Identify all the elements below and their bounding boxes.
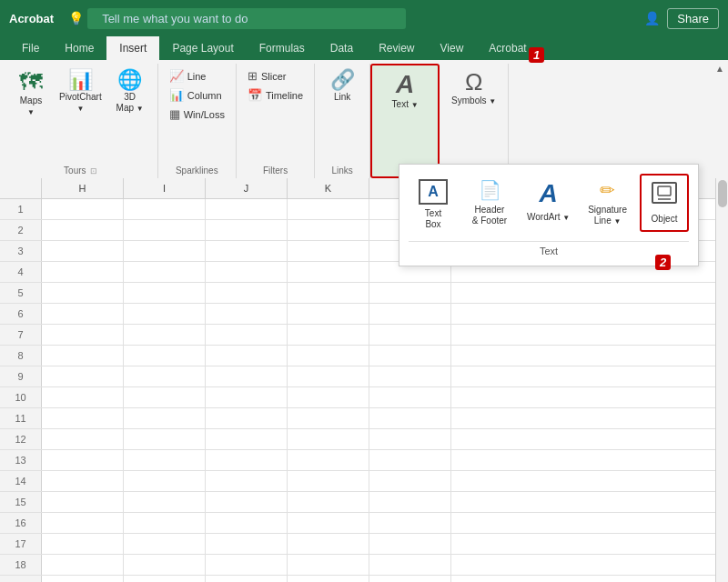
- sheet-cell[interactable]: [369, 325, 451, 345]
- sheet-cell[interactable]: [42, 304, 124, 324]
- sheet-cell[interactable]: [369, 576, 451, 582]
- sheet-cell[interactable]: [206, 555, 288, 575]
- sheet-cell[interactable]: [369, 492, 451, 512]
- sheet-cell[interactable]: [42, 325, 124, 345]
- sheet-cell[interactable]: [206, 471, 288, 491]
- sheet-cell[interactable]: [206, 429, 288, 449]
- maps-button[interactable]: 🗺 Maps▼: [11, 67, 51, 120]
- tab-insert[interactable]: Insert: [106, 36, 159, 60]
- sheet-cell[interactable]: [288, 346, 369, 366]
- sheet-cell[interactable]: [369, 387, 451, 407]
- sheet-cell[interactable]: [288, 262, 369, 282]
- symbols-button[interactable]: Ω Symbols ▼: [447, 67, 500, 109]
- sheet-cell[interactable]: [288, 199, 369, 219]
- sheet-cell[interactable]: [124, 555, 206, 575]
- sheet-cell[interactable]: [42, 555, 124, 575]
- sheet-cell[interactable]: [206, 199, 288, 219]
- slicer-button[interactable]: ⊞ Slicer: [244, 67, 307, 85]
- sheet-cell[interactable]: [369, 304, 451, 324]
- sheet-cell[interactable]: [369, 366, 451, 386]
- sheet-cell[interactable]: [124, 576, 206, 582]
- tab-formulas[interactable]: Formulas: [247, 36, 318, 60]
- sheet-cell[interactable]: [42, 241, 124, 261]
- wordart-item[interactable]: A WordArt ▼: [521, 174, 575, 228]
- text-button[interactable]: A Text ▼: [381, 69, 429, 113]
- sheet-cell[interactable]: [369, 471, 451, 491]
- signature-item[interactable]: ✏ SignatureLine ▼: [582, 174, 632, 232]
- sheet-cell[interactable]: [124, 534, 206, 554]
- sheet-cell[interactable]: [124, 220, 206, 240]
- sheet-cell[interactable]: [124, 429, 206, 449]
- sheet-cell[interactable]: [124, 346, 206, 366]
- sheet-cell[interactable]: [206, 241, 288, 261]
- object-item[interactable]: Object: [640, 174, 689, 232]
- sheet-cell[interactable]: [288, 576, 369, 582]
- sheet-cell[interactable]: [288, 304, 369, 324]
- sheet-cell[interactable]: [288, 492, 369, 512]
- sheet-cell[interactable]: [124, 492, 206, 512]
- sheet-cell[interactable]: [42, 513, 124, 533]
- sheet-cell[interactable]: [369, 513, 451, 533]
- share-button[interactable]: Share: [667, 8, 719, 29]
- sheet-cell[interactable]: [288, 534, 369, 554]
- sheet-cell[interactable]: [206, 220, 288, 240]
- sheet-cell[interactable]: [288, 450, 369, 470]
- sheet-cell[interactable]: [42, 199, 124, 219]
- column-button[interactable]: 📊 Column: [166, 86, 228, 104]
- sheet-cell[interactable]: [124, 325, 206, 345]
- v-scrollbar-thumb[interactable]: [718, 180, 727, 207]
- tab-view[interactable]: View: [428, 36, 477, 60]
- sheet-cell[interactable]: [206, 387, 288, 407]
- sheet-cell[interactable]: [288, 220, 369, 240]
- sheet-cell[interactable]: [42, 450, 124, 470]
- sheet-cell[interactable]: [206, 346, 288, 366]
- sheet-cell[interactable]: [206, 283, 288, 303]
- sheet-cell[interactable]: [206, 534, 288, 554]
- sheet-cell[interactable]: [124, 262, 206, 282]
- sheet-cell[interactable]: [369, 408, 451, 428]
- sheet-cell[interactable]: [206, 513, 288, 533]
- sheet-cell[interactable]: [42, 471, 124, 491]
- sheet-cell[interactable]: [42, 576, 124, 582]
- sheet-cell[interactable]: [42, 534, 124, 554]
- sheet-cell[interactable]: [288, 429, 369, 449]
- sheet-cell[interactable]: [288, 471, 369, 491]
- sheet-cell[interactable]: [288, 283, 369, 303]
- sheet-cell[interactable]: [288, 387, 369, 407]
- v-scrollbar[interactable]: [715, 178, 728, 582]
- line-button[interactable]: 📈 Line: [166, 67, 228, 85]
- timeline-button[interactable]: 📅 Timeline: [244, 86, 307, 104]
- sheet-cell[interactable]: [206, 304, 288, 324]
- sheet-cell[interactable]: [42, 283, 124, 303]
- sheet-cell[interactable]: [288, 408, 369, 428]
- link-button[interactable]: 🔗 Link: [322, 67, 362, 105]
- sheet-cell[interactable]: [288, 325, 369, 345]
- sheet-cell[interactable]: [42, 262, 124, 282]
- sheet-cell[interactable]: [369, 429, 451, 449]
- sheet-cell[interactable]: [42, 346, 124, 366]
- sheet-cell[interactable]: [42, 387, 124, 407]
- sheet-cell[interactable]: [124, 471, 206, 491]
- sheet-cell[interactable]: [124, 199, 206, 219]
- sheet-cell[interactable]: [124, 283, 206, 303]
- header-footer-item[interactable]: 📄 Header& Footer: [465, 174, 514, 232]
- sheet-cell[interactable]: [124, 241, 206, 261]
- sheet-cell[interactable]: [206, 408, 288, 428]
- sheet-cell[interactable]: [288, 513, 369, 533]
- sheet-cell[interactable]: [369, 534, 451, 554]
- sheet-cell[interactable]: [288, 241, 369, 261]
- tab-review[interactable]: Review: [366, 36, 427, 60]
- sheet-cell[interactable]: [206, 262, 288, 282]
- sheet-cell[interactable]: [369, 346, 451, 366]
- sheet-cell[interactable]: [42, 429, 124, 449]
- sheet-cell[interactable]: [124, 387, 206, 407]
- search-bar[interactable]: Tell me what you want to do: [87, 8, 406, 29]
- winloss-button[interactable]: ▦ Win/Loss: [166, 105, 228, 123]
- sheet-cell[interactable]: [42, 220, 124, 240]
- sheet-cell[interactable]: [206, 366, 288, 386]
- sheet-cell[interactable]: [124, 304, 206, 324]
- tab-file[interactable]: File: [9, 36, 52, 60]
- sheet-cell[interactable]: [288, 555, 369, 575]
- pivotchart-button[interactable]: 📊 PivotChart▼: [55, 67, 106, 116]
- sheet-cell[interactable]: [206, 450, 288, 470]
